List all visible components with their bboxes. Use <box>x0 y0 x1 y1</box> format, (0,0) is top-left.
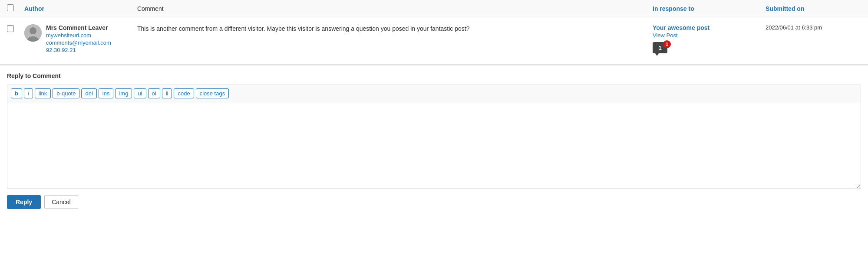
svg-point-1 <box>30 27 36 34</box>
author-cell: Mrs Comment Leaver mywebsiteurl.com comm… <box>24 24 137 53</box>
comment-text: This is another comment from a different… <box>137 24 653 33</box>
reply-textarea[interactable] <box>7 102 861 189</box>
author-name: Mrs Comment Leaver <box>46 24 111 31</box>
submitted-date: 2022/06/01 at 6:33 pm <box>766 24 861 31</box>
select-all-checkbox[interactable] <box>7 4 14 11</box>
comment-bubble-container: 1 1 <box>653 42 668 57</box>
avatar <box>24 24 42 42</box>
reply-section-title: Reply to Comment <box>7 72 861 79</box>
toolbar-img-button[interactable]: img <box>115 88 132 98</box>
toolbar-ins-button[interactable]: ins <box>99 88 114 98</box>
author-column-header: Author <box>24 5 137 12</box>
toolbar-del-button[interactable]: del <box>81 88 96 98</box>
response-column-header: In response to <box>653 5 766 12</box>
author-url-link[interactable]: mywebsiteurl.com <box>46 32 111 39</box>
reply-actions: Reply Cancel <box>7 195 861 209</box>
toolbar-ol-button[interactable]: ol <box>148 88 160 98</box>
table-header: Author Comment In response to Submitted … <box>0 0 868 17</box>
row-checkbox[interactable] <box>7 25 14 32</box>
svg-marker-4 <box>655 53 659 56</box>
table-row: Mrs Comment Leaver mywebsiteurl.com comm… <box>0 17 868 65</box>
editor-toolbar: b i link b-quote del ins img ul ol li co… <box>7 85 861 102</box>
toolbar-code-button[interactable]: code <box>174 88 194 98</box>
author-ip-link[interactable]: 92.30.92.21 <box>46 47 111 53</box>
response-cell: Your awesome post View Post 1 1 <box>653 24 766 57</box>
toolbar-ul-button[interactable]: ul <box>134 88 146 98</box>
reply-section: Reply to Comment b i link b-quote del in… <box>0 65 868 216</box>
toolbar-li-button[interactable]: li <box>162 88 172 98</box>
toolbar-italic-button[interactable]: i <box>24 88 33 98</box>
view-post-link[interactable]: View Post <box>653 32 759 39</box>
toolbar-bquote-button[interactable]: b-quote <box>53 88 79 98</box>
author-email-link[interactable]: comments@myemail.com <box>46 39 111 46</box>
toolbar-bold-button[interactable]: b <box>11 88 22 98</box>
toolbar-close-tags-button[interactable]: close tags <box>196 88 229 98</box>
reply-button[interactable]: Reply <box>7 195 41 209</box>
post-title-link[interactable]: Your awesome post <box>653 24 710 31</box>
toolbar-link-button[interactable]: link <box>35 88 51 98</box>
comment-badge: 1 <box>663 40 671 48</box>
comment-column-header: Comment <box>137 5 653 12</box>
submitted-column-header: Submitted on <box>766 5 861 12</box>
svg-text:1: 1 <box>658 45 661 51</box>
cancel-button[interactable]: Cancel <box>44 195 78 209</box>
